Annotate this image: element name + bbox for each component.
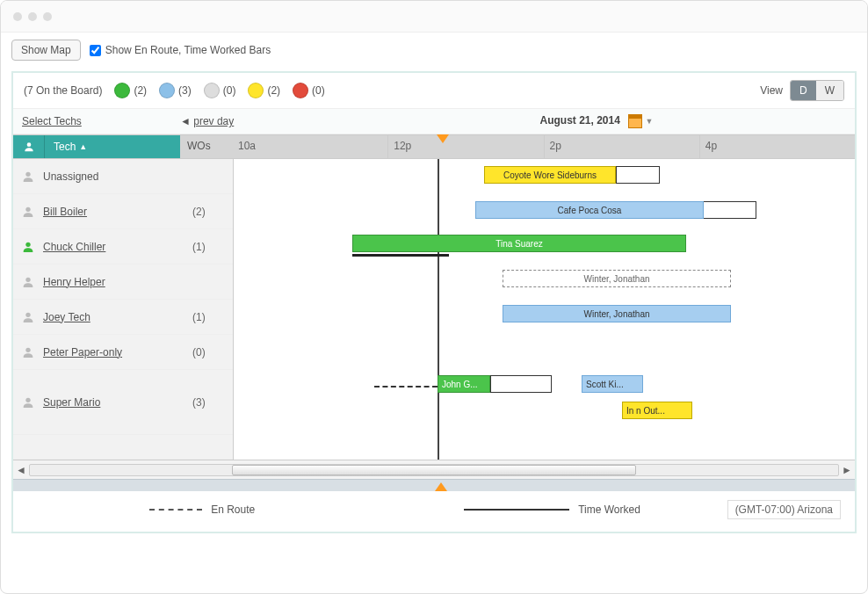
tech-row-unassigned[interactable]: Unassigned: [13, 159, 233, 194]
show-map-button[interactable]: Show Map: [11, 40, 81, 61]
tech-name-link[interactable]: Chuck Chiller: [43, 241, 105, 253]
view-week-button[interactable]: W: [816, 81, 843, 100]
now-marker-bottom-icon: [435, 482, 447, 491]
tech-name-link[interactable]: Bill Boiler: [43, 206, 87, 218]
time-slot: 2p: [544, 135, 699, 158]
timeline-header: 10a 12p 2p 4p: [233, 135, 855, 158]
svg-point-3: [25, 242, 30, 246]
worked-legend-icon: [464, 509, 569, 511]
dropdown-arrow-icon[interactable]: ▼: [646, 117, 654, 126]
job-bar-placeholder[interactable]: Winter, Jonathan: [503, 270, 731, 287]
tech-row[interactable]: Chuck Chiller (1): [13, 229, 233, 264]
now-line: [438, 159, 439, 460]
tech-icon-header[interactable]: [13, 135, 45, 158]
tech-name-link[interactable]: Peter Paper-only: [43, 346, 122, 359]
show-bars-text: Show En Route, Time Worked Bars: [105, 44, 271, 56]
horizontal-scrollbar[interactable]: ◄ ►: [13, 460, 855, 479]
tech-list: Unassigned Bill Boiler (2) Chuck Chiller…: [13, 159, 233, 460]
view-label: View: [760, 84, 783, 97]
status-blue[interactable]: (3): [159, 83, 192, 98]
show-bars-checkbox[interactable]: [90, 45, 101, 56]
job-bar[interactable]: Tina Suarez: [352, 235, 686, 252]
job-bar-extension[interactable]: [704, 201, 756, 219]
svg-point-5: [25, 312, 30, 316]
window-titlebar: [1, 1, 867, 33]
tech-row[interactable]: Joey Tech (1): [13, 300, 233, 335]
summary-bar: (7 On the Board) (2) (3) (0) (2): [13, 73, 855, 109]
timezone-label: (GMT-07:00) Arizona: [727, 500, 841, 519]
legend-row: En Route Time Worked (GMT-07:00) Arizona: [13, 491, 855, 532]
tech-name-link[interactable]: Henry Helper: [43, 276, 105, 288]
window-dot: [13, 12, 22, 21]
wo-column-header[interactable]: WOs: [180, 135, 233, 158]
tech-name-link[interactable]: Joey Tech: [43, 311, 90, 323]
svg-point-4: [25, 277, 30, 281]
job-bar[interactable]: In n Out...: [622, 402, 692, 419]
en-route-bar: [374, 386, 438, 388]
job-bar[interactable]: Cafe Poca Cosa: [475, 201, 704, 219]
view-toggle: D W: [790, 80, 844, 101]
tech-row[interactable]: Peter Paper-only (0): [13, 335, 233, 370]
person-icon: [17, 345, 40, 359]
status-dot-icon: [114, 83, 130, 98]
now-marker-top-icon: [437, 134, 449, 143]
enroute-legend-icon: [149, 509, 202, 511]
legend-enroute-label: En Route: [211, 503, 255, 516]
toolbar: Show Map Show En Route, Time Worked Bars: [1, 33, 867, 68]
wo-count: (1): [185, 241, 229, 253]
timeline-grid[interactable]: Coyote Wore Sideburns Cafe Poca Cosa Tin…: [233, 159, 855, 460]
job-bar[interactable]: Scott Ki...: [582, 375, 643, 393]
svg-point-1: [25, 171, 30, 176]
wo-count: (0): [185, 346, 229, 359]
job-bar-extension[interactable]: [490, 375, 552, 393]
person-icon: [17, 170, 40, 184]
calendar-icon[interactable]: [628, 114, 642, 128]
person-icon: [17, 275, 40, 289]
job-bar[interactable]: Winter, Jonathan: [503, 305, 731, 322]
tech-row[interactable]: Henry Helper: [13, 264, 233, 300]
schedule-panel: (7 On the Board) (2) (3) (0) (2): [11, 71, 857, 533]
tech-row[interactable]: Super Mario (3): [13, 370, 233, 435]
tech-row[interactable]: Bill Boiler (2): [13, 194, 233, 229]
status-red[interactable]: (0): [293, 83, 325, 98]
bottom-marker-row: [13, 479, 855, 491]
prev-day-link[interactable]: prev day: [193, 115, 234, 127]
svg-point-6: [25, 347, 30, 351]
job-bar[interactable]: Coyote Wore Sideburns: [484, 166, 616, 184]
person-icon: [17, 310, 40, 324]
scroll-thumb[interactable]: [232, 465, 636, 475]
time-slot: 10a: [233, 135, 387, 158]
wo-count: (1): [185, 311, 229, 323]
legend-worked-label: Time Worked: [578, 503, 640, 516]
status-dot-icon: [293, 83, 308, 98]
wo-count: (3): [185, 396, 229, 409]
job-bar[interactable]: John G...: [438, 375, 490, 393]
prev-arrow-icon[interactable]: ◄: [180, 115, 191, 127]
status-dot-icon: [159, 83, 175, 98]
person-icon: [17, 205, 40, 219]
svg-point-0: [26, 142, 31, 147]
status-dot-icon: [248, 83, 264, 98]
schedule-body: Unassigned Bill Boiler (2) Chuck Chiller…: [13, 159, 855, 460]
spacer: [13, 435, 233, 460]
tech-name-text: Unassigned: [43, 170, 98, 183]
status-green[interactable]: (2): [114, 83, 147, 98]
scroll-track[interactable]: [29, 464, 839, 476]
show-bars-checkbox-label[interactable]: Show En Route, Time Worked Bars: [90, 44, 271, 56]
status-gray[interactable]: (0): [204, 83, 236, 98]
grid-header: Tech ▲ WOs 10a 12p 2p 4p: [13, 134, 855, 159]
time-slot: 4p: [699, 135, 855, 158]
on-board-count: (7 On the Board): [24, 84, 102, 97]
scroll-left-icon[interactable]: ◄: [13, 464, 29, 476]
select-techs-link[interactable]: Select Techs: [22, 115, 82, 127]
tech-column-header[interactable]: Tech ▲: [45, 135, 180, 158]
window-dot: [28, 12, 37, 21]
scroll-right-icon[interactable]: ►: [839, 464, 855, 476]
time-slot: 12p: [387, 135, 543, 158]
window-dot: [43, 12, 52, 21]
svg-point-2: [25, 206, 30, 211]
status-yellow[interactable]: (2): [248, 83, 280, 98]
tech-name-link[interactable]: Super Mario: [43, 396, 100, 409]
job-bar-extension[interactable]: [616, 166, 660, 184]
view-day-button[interactable]: D: [791, 81, 816, 100]
